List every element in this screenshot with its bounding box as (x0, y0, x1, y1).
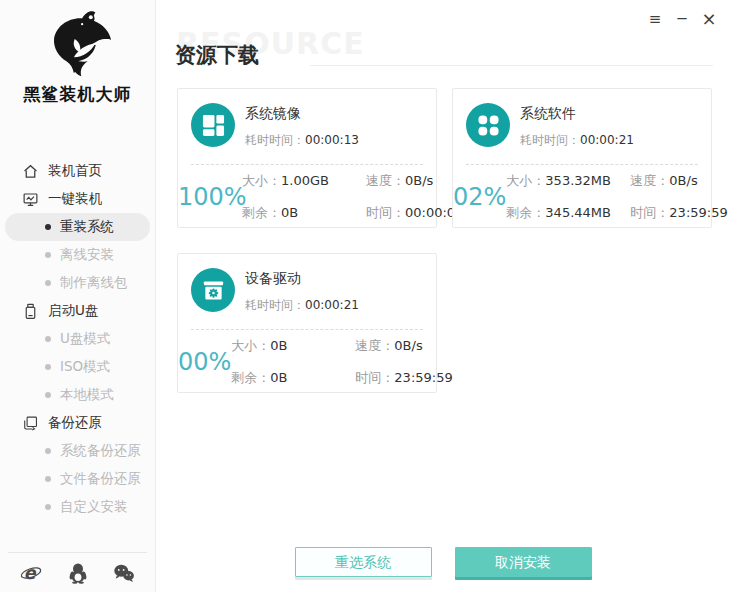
sidebar-item-label: 制作离线包 (60, 274, 128, 292)
wechat-icon[interactable] (113, 562, 135, 584)
sidebar: 黑鲨装机大师 装机首页 一键装机 (0, 0, 156, 592)
sidebar-item-label: 装机首页 (48, 162, 102, 180)
bullet-icon (45, 364, 51, 370)
stat-speed: 速度：0B/s (355, 337, 452, 355)
elapsed-time: 耗时时间：00:00:21 (520, 132, 634, 149)
sidebar-item-boot-usb[interactable]: 启动U盘 (0, 297, 155, 325)
shark-logo-icon (36, 6, 120, 82)
sidebar-item-home[interactable]: 装机首页 (0, 157, 155, 185)
card-divider (466, 164, 698, 165)
windows-grid-icon (191, 103, 235, 147)
app-logo: 黑鲨装机大师 (0, 0, 155, 106)
bullet-icon (45, 224, 51, 230)
backup-restore-icon (22, 415, 39, 432)
download-cards: 系统镜像 耗时时间：00:00:13 100% 大小：1.00GB 速度：0B/… (177, 88, 713, 393)
action-buttons: 重选系统 取消安装 (156, 547, 730, 577)
bullet-icon (45, 392, 51, 398)
sidebar-item-label: ISO模式 (60, 358, 110, 376)
stat-time: 时间：23:59:59 (630, 204, 727, 222)
window-minimize-button[interactable]: ─ (674, 10, 690, 28)
progress-percent: 100% (178, 183, 242, 211)
stat-remaining: 剩余：345.44MB (506, 204, 630, 222)
download-stats: 大小：0B 速度：0B/s 剩余：0B 时间：23:59:59 (231, 338, 452, 386)
home-icon (22, 163, 39, 180)
monitor-icon (22, 191, 39, 208)
sidebar-item-label: 系统备份还原 (60, 442, 141, 460)
progress-percent: 00% (178, 348, 231, 376)
sidebar-item-label: 本地模式 (60, 386, 114, 404)
header-divider (310, 65, 713, 66)
stat-size: 大小：1.00GB (242, 172, 366, 190)
sidebar-item-system-backup-restore[interactable]: 系统备份还原 (0, 437, 155, 465)
card-title: 系统镜像 (245, 105, 359, 123)
qq-icon[interactable] (67, 562, 89, 584)
sidebar-item-custom-install[interactable]: 自定义安装 (0, 493, 155, 521)
sidebar-item-label: 重装系统 (60, 218, 114, 236)
stat-speed: 速度：0B/s (630, 172, 727, 190)
window-controls: ≡ ─ × (647, 10, 717, 28)
elapsed-time: 耗时时间：00:00:13 (245, 132, 359, 149)
svg-text:e: e (24, 562, 37, 582)
sidebar-item-label: 自定义安装 (60, 498, 128, 516)
progress-percent: 02% (453, 183, 506, 211)
stat-size: 大小：353.32MB (506, 172, 630, 190)
sidebar-item-reinstall-system[interactable]: 重装系统 (5, 213, 150, 241)
stat-remaining: 剩余：0B (242, 204, 366, 222)
main-content: ≡ ─ × RESOURCE 资源下载 (156, 0, 730, 592)
bullet-icon (45, 336, 51, 342)
sidebar-item-label: U盘模式 (60, 330, 110, 348)
download-stats: 大小：353.32MB 速度：0B/s 剩余：345.44MB 时间：23:59… (506, 173, 727, 221)
sidebar-item-iso-mode[interactable]: ISO模式 (0, 353, 155, 381)
bullet-icon (45, 504, 51, 510)
stat-speed: 速度：0B/s (366, 172, 463, 190)
bullet-icon (45, 252, 51, 258)
card-system-software: 系统软件 耗时时间：00:00:21 02% 大小：353.32MB 速度：0B… (452, 88, 712, 228)
stat-remaining: 剩余：0B (231, 369, 355, 387)
stat-size: 大小：0B (231, 337, 355, 355)
sidebar-item-label: 文件备份还原 (60, 470, 141, 488)
window-close-button[interactable]: × (701, 10, 717, 28)
sidebar-menu: 装机首页 一键装机 重装系统 离线安装 (0, 157, 155, 521)
app-logo-text: 黑鲨装机大师 (0, 83, 155, 106)
bullet-icon (45, 476, 51, 482)
sidebar-item-onekey-install[interactable]: 一键装机 (0, 185, 155, 213)
sidebar-item-local-mode[interactable]: 本地模式 (0, 381, 155, 409)
sidebar-item-backup-restore[interactable]: 备份还原 (0, 409, 155, 437)
bullet-icon (45, 280, 51, 286)
card-system-image: 系统镜像 耗时时间：00:00:13 100% 大小：1.00GB 速度：0B/… (177, 88, 437, 228)
download-stats: 大小：1.00GB 速度：0B/s 剩余：0B 时间：00:00:00 (242, 173, 463, 221)
sidebar-item-make-offline-package[interactable]: 制作离线包 (0, 269, 155, 297)
apps-clover-icon (466, 103, 510, 147)
card-divider (191, 329, 423, 330)
reselect-system-button[interactable]: 重选系统 (295, 547, 432, 577)
sidebar-footer: e (8, 552, 147, 592)
sidebar-item-label: 离线安装 (60, 246, 114, 264)
ie-icon[interactable]: e (20, 562, 42, 584)
cancel-install-button[interactable]: 取消安装 (455, 547, 592, 577)
bullet-icon (45, 448, 51, 454)
page-title: 资源下载 (175, 41, 259, 69)
stat-time: 时间：00:00:00 (366, 204, 463, 222)
sidebar-item-label: 启动U盘 (48, 302, 98, 320)
window-menu-button[interactable]: ≡ (647, 10, 663, 28)
sidebar-item-label: 一键装机 (48, 190, 102, 208)
app-window: 黑鲨装机大师 装机首页 一键装机 (0, 0, 730, 592)
sidebar-item-label: 备份还原 (48, 414, 102, 432)
card-title: 系统软件 (520, 105, 634, 123)
driver-box-icon (191, 268, 235, 312)
card-device-driver: 设备驱动 耗时时间：00:00:21 00% 大小：0B 速度：0B/s 剩余：… (177, 253, 437, 393)
usb-drive-icon (22, 303, 39, 320)
sidebar-item-usb-mode[interactable]: U盘模式 (0, 325, 155, 353)
stat-time: 时间：23:59:59 (355, 369, 452, 387)
card-title: 设备驱动 (245, 270, 359, 288)
elapsed-time: 耗时时间：00:00:21 (245, 297, 359, 314)
sidebar-item-offline-install[interactable]: 离线安装 (0, 241, 155, 269)
card-divider (191, 164, 423, 165)
sidebar-item-file-backup-restore[interactable]: 文件备份还原 (0, 465, 155, 493)
